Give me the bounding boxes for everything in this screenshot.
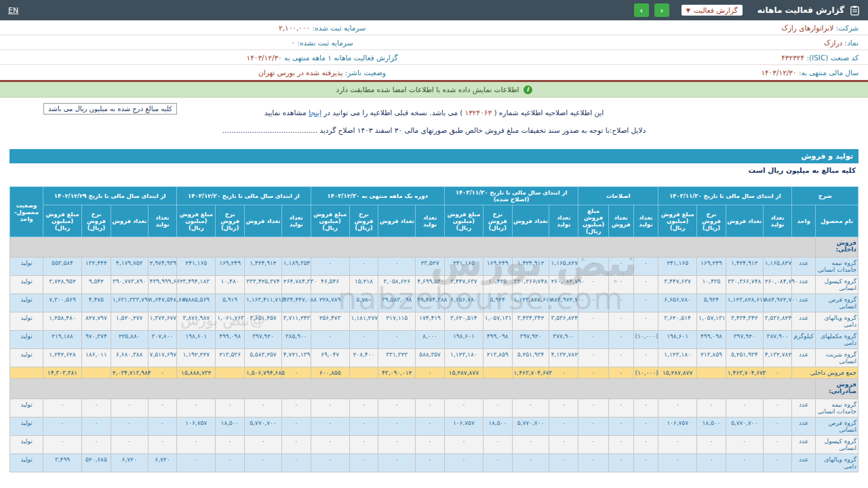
product-row: گروه شربت انسانیعدد۴,۱۳۲,۷۸۲۵,۲۵۱,۹۳۴۲۱۳…: [10, 349, 859, 367]
value-cell: ۱۸۶,۰۱۱: [81, 349, 111, 367]
symbol-label: نماد:: [845, 39, 859, 47]
report-type-dropdown[interactable]: گزارش فعالیت ▼: [682, 5, 743, 16]
column-header-g4-0: تعداد تولید: [281, 205, 311, 237]
value-cell: ۰: [111, 399, 148, 418]
value-cell: ۰: [726, 399, 763, 418]
value-cell: ۰: [281, 436, 311, 454]
value-cell: ۳,۴۹۹: [43, 454, 82, 472]
value-cell: ۱۸,۵۰۰: [216, 418, 245, 436]
product-name: گروه قرص انسانی: [815, 418, 858, 436]
value-cell: ۰: [444, 399, 483, 418]
value-cell: ۰: [349, 436, 378, 454]
product-unit: کیلوگرم: [792, 331, 816, 349]
registered-capital-value: ۲,۱۰۰,۰۰۰: [279, 24, 310, 32]
value-cell: ۴۹,۴۷۴,۳۸۸: [416, 294, 445, 312]
column-header-product-name: نام محصول: [815, 205, 858, 237]
value-cell: ۲۱۳,۸۵۹: [483, 349, 512, 367]
value-cell: ۲۳,۵۲۷: [416, 258, 445, 276]
value-cell: ۲۴۱,۱۶۵: [444, 258, 483, 276]
amendment-note-text2: ) می باشد. نسخه قبلی اطلاعیه را می توانی…: [321, 108, 465, 117]
value-cell: ۳,۷۱۱,۲۴۳: [281, 312, 311, 331]
value-cell: ۲۱۹,۱۸۸: [43, 331, 82, 349]
section-subtitle: کلیه مبالغ به میلیون ریال است: [9, 163, 859, 181]
section-label: فروش صادراتی:: [815, 379, 858, 399]
value-cell: ۴,۱۳۲,۷۸۲: [549, 349, 578, 367]
value-cell: ۱۹۸,۶۰۱: [658, 331, 697, 349]
value-cell: ۰: [378, 436, 416, 454]
value-cell: ۳,۴۴۷,۶۳۷: [444, 276, 483, 294]
value-cell: ۱۰,۴۳۵: [483, 276, 512, 294]
sales-section-row: فروش داخلی:: [10, 237, 859, 258]
value-cell: ۱,۰۵۷,۱۳۱: [483, 312, 512, 331]
value-cell: ۰: [281, 454, 311, 472]
section-filler: [10, 379, 816, 399]
company-name[interactable]: لابراتوارهای رازک: [781, 24, 833, 32]
value-cell: ۰: [658, 454, 697, 472]
value-cell: ۰: [311, 454, 349, 472]
value-cell: ۱۸,۵۰۰: [697, 418, 726, 436]
value-cell: ۵۵۳,۵۸۴: [43, 258, 82, 276]
value-cell: ۹۷۰,۳۷۴: [81, 331, 111, 349]
value-cell: ۰: [578, 312, 609, 331]
column-header-g3-0: تعداد تولید: [416, 205, 445, 237]
value-cell: ۰: [608, 294, 633, 312]
value-cell: ۴,۱۷۹,۷۵۲: [111, 258, 148, 276]
value-cell: ۱۸,۵۰۰: [483, 418, 512, 436]
report-period-label: گزارش فعالیت ماهانه ۱ ماهه منتهی به: [284, 54, 397, 62]
previous-version-link[interactable]: اینجا: [309, 108, 321, 117]
value-cell: ۰: [549, 418, 578, 436]
value-cell: ۰: [43, 418, 82, 436]
next-report-button[interactable]: ‹: [654, 3, 669, 17]
value-cell: ۱۰۶,۷۵۷: [177, 418, 216, 436]
product-name: گروه نیمه جامدات انسانی: [815, 258, 858, 276]
header-row-fiscal: سال مالی منتهی به: ۱۴۰۳/۱۲/۳۰ وضعیت ناشر…: [0, 65, 868, 80]
value-cell: ۱,۵۲۰,۲۷۷: [111, 312, 148, 331]
value-cell: ۱۵,۲۸۷,۸۷۷: [444, 367, 483, 379]
value-cell: ۱۰۶,۷۵۷: [658, 418, 697, 436]
value-cell: ۰: [549, 399, 578, 418]
value-cell: ۲۱۳,۸۵۹: [697, 349, 726, 367]
value-cell: ۰: [726, 454, 763, 472]
product-status: تولید: [10, 276, 43, 294]
value-cell: ۲,۹۷۴,۹۳۹: [148, 258, 177, 276]
chevron-down-icon: ▼: [686, 7, 690, 14]
value-cell: ۰: [633, 436, 658, 454]
value-cell: ۰: [444, 436, 483, 454]
value-cell: ۰: [43, 399, 82, 418]
value-cell: ۳۳۰,۳۶۶,۷۴۸: [726, 276, 763, 294]
prev-report-button[interactable]: ›: [634, 3, 649, 17]
value-cell: ۶۰۰,۸۵۵: [311, 367, 349, 379]
value-cell: ۰: [244, 399, 281, 418]
value-cell: ۳۳۳,۴۲۵,۳۷۴: [244, 276, 281, 294]
column-header-g5-3: مبلغ فروش (میلیون ریال): [43, 205, 82, 237]
product-name: گروه مکملهای دامی: [815, 331, 858, 349]
value-cell: ۲۴۱,۱۶۵: [658, 258, 697, 276]
value-cell: ۰: [763, 436, 792, 454]
value-cell: ۰: [111, 418, 148, 436]
english-language-link[interactable]: EN: [8, 6, 18, 15]
column-header-g3-2: نرخ فروش (ریال): [349, 205, 378, 237]
value-cell: ۰: [111, 436, 148, 454]
value-cell: ۰: [148, 399, 177, 418]
value-cell: ۰: [512, 436, 549, 454]
value-cell: ۱,۰۵۷,۱۳۱: [697, 312, 726, 331]
product-unit: عدد: [792, 312, 816, 331]
product-row: گروه مکملهای دامیکیلوگرم۳۸۷,۹۰۰۳۹۷,۹۲۰۴۹…: [10, 331, 859, 349]
column-header-adj-1: تعداد فروش: [608, 205, 633, 237]
value-cell: ۲۰۸,۴۰۰: [349, 349, 378, 367]
report-header: شرکت: لابراتوارهای رازک سرمایه ثبت شده: …: [0, 20, 868, 82]
column-header-g3-1: تعداد فروش: [378, 205, 416, 237]
header-row-symbol: نماد: درازک سرمایه ثبت نشده: ۰: [0, 35, 868, 50]
section-title-bar: تولید و فروش: [9, 149, 859, 163]
value-cell: ۱۴,۳۰۳,۳۸۱: [43, 367, 82, 379]
value-cell: ۱,۴۶۳,۷۰۴,۶۷۳: [726, 367, 763, 379]
column-group-g1: از ابتدای سال مالی تا تاریخ ۱۴۰۳/۱۱/۳۰: [658, 187, 792, 205]
value-cell: ۰: [658, 436, 697, 454]
value-cell: ۰: [633, 276, 658, 294]
value-cell: ۵,۲۵۱,۹۳۴: [512, 349, 549, 367]
column-header-g2-0: تعداد تولید: [549, 205, 578, 237]
value-cell: ۰: [281, 367, 311, 379]
product-name: گروه قرص انسانی: [815, 294, 858, 312]
column-group-g3: دوره یک ماهه منتهی به ۱۴۰۳/۱۲/۳۰: [311, 187, 444, 205]
column-header-g4-1: تعداد فروش: [244, 205, 281, 237]
